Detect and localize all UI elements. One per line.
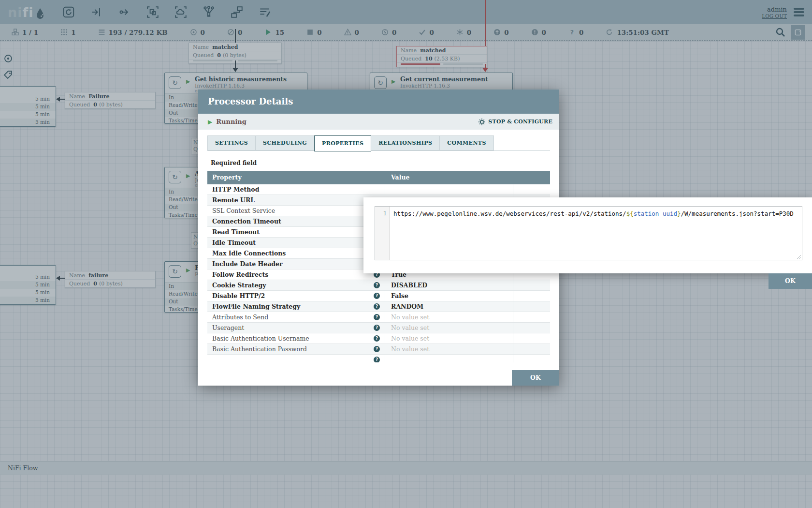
running-icon: ▶ — [208, 119, 212, 125]
property-value: No value set — [385, 323, 513, 333]
property-value — [385, 355, 513, 362]
property-name: HTTP Method — [207, 184, 385, 194]
resize-grip[interactable] — [796, 254, 801, 259]
property-name: Read Timeout — [207, 227, 385, 237]
dialog-title: Processor Details — [198, 90, 559, 114]
tab-scheduling[interactable]: SCHEDULING — [255, 135, 315, 150]
property-info — [513, 291, 550, 301]
value-column-header: Value — [385, 171, 513, 184]
remote-url-value[interactable]: https://www.pegelonline.wsv.de/webservic… — [390, 207, 802, 218]
property-name: Disable HTTP/2? — [207, 291, 385, 301]
property-info — [513, 301, 550, 312]
tab-comments[interactable]: COMMENTS — [439, 135, 493, 150]
tab-properties[interactable]: PROPERTIES — [314, 135, 371, 151]
property-info — [513, 355, 550, 362]
property-name: ? — [207, 355, 385, 362]
value-editor[interactable]: 1 https://www.pegelonline.wsv.de/webserv… — [375, 206, 802, 260]
help-icon[interactable]: ? — [374, 335, 380, 342]
property-name: Attributes to Send? — [207, 312, 385, 322]
property-value: False — [385, 291, 513, 301]
property-name: Connection Timeout — [207, 216, 385, 226]
property-column-header: Property — [207, 171, 385, 184]
property-row: Basic Authentication Password?No value s… — [207, 344, 550, 355]
property-name: Basic Authentication Username? — [207, 333, 385, 344]
property-row: HTTP Method — [207, 184, 550, 195]
property-value: RANDOM — [385, 301, 513, 312]
property-row: Disable HTTP/2?False — [207, 291, 550, 301]
property-name: Useragent? — [207, 323, 385, 333]
property-row: ? — [207, 355, 550, 362]
property-name: Max Idle Connections — [207, 248, 385, 258]
property-info — [513, 344, 550, 354]
dialog-tabs: SETTINGSSCHEDULINGPROPERTIESRELATIONSHIP… — [207, 135, 550, 151]
help-icon[interactable]: ? — [374, 346, 380, 352]
property-name: SSL Context Service — [207, 206, 385, 216]
property-row: FlowFile Naming Strategy?RANDOM — [207, 301, 550, 312]
property-value: No value set — [385, 312, 513, 322]
help-icon[interactable]: ? — [374, 293, 380, 299]
property-name: Cookie Strategy? — [207, 280, 385, 290]
help-icon[interactable]: ? — [374, 325, 380, 331]
help-icon[interactable]: ? — [374, 303, 380, 310]
property-row: Basic Authentication Username?No value s… — [207, 333, 550, 344]
property-name: Remote URL — [207, 195, 385, 205]
processor-state: ▶ Running — [208, 118, 246, 125]
property-name: Idle Timeout — [207, 238, 385, 248]
gear-icon — [478, 118, 486, 126]
help-icon[interactable]: ? — [374, 357, 380, 362]
help-icon[interactable]: ? — [374, 314, 380, 320]
property-value: No value set — [385, 333, 513, 344]
dialog-ok-button[interactable]: OK — [512, 370, 559, 386]
property-info — [513, 312, 550, 322]
property-name: Follow Redirects? — [207, 269, 385, 280]
property-row: Useragent?No value set — [207, 323, 550, 333]
tab-settings[interactable]: SETTINGS — [207, 135, 256, 150]
property-name: FlowFile Naming Strategy? — [207, 301, 385, 312]
property-info — [513, 333, 550, 344]
tab-relationships[interactable]: RELATIONSHIPS — [371, 135, 440, 150]
property-row: Attributes to Send?No value set — [207, 312, 550, 323]
editor-ok-button[interactable]: OK — [768, 273, 812, 289]
line-number-gutter: 1 — [375, 207, 390, 260]
stop-and-configure-button[interactable]: STOP & CONFIGURE — [478, 118, 552, 126]
line-number: 1 — [383, 209, 387, 217]
property-info — [513, 323, 550, 333]
property-value — [385, 184, 513, 194]
property-info — [513, 184, 550, 194]
property-value: No value set — [385, 344, 513, 354]
property-name: Include Date Header — [207, 259, 385, 269]
value-editor-popup: 1 https://www.pegelonline.wsv.de/webserv… — [363, 197, 812, 289]
required-field-note: Required field — [211, 160, 559, 166]
property-name: Basic Authentication Password? — [207, 344, 385, 354]
